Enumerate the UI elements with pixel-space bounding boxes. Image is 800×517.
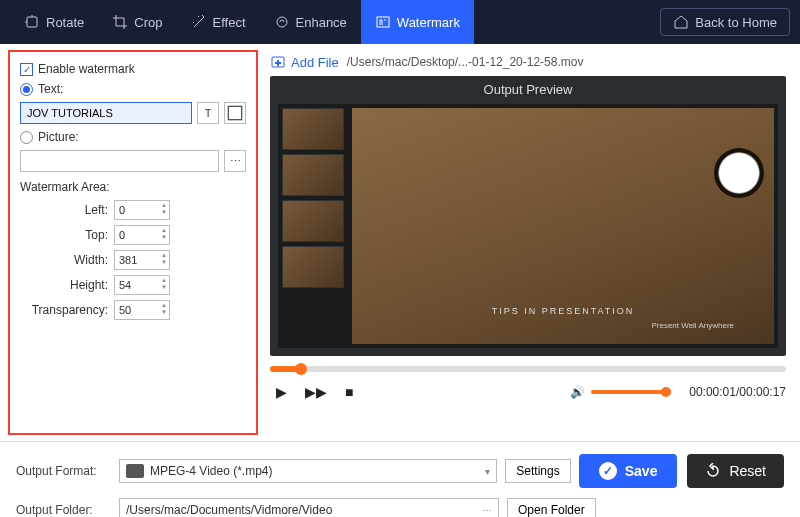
picture-radio-label: Picture:: [38, 130, 79, 144]
slide-thumbnail: [282, 154, 344, 196]
height-label: Height:: [20, 278, 108, 292]
slide-thumbnail: [282, 200, 344, 242]
browse-picture-button[interactable]: ⋯: [224, 150, 246, 172]
enable-watermark-label: Enable watermark: [38, 62, 135, 76]
preview-title: Output Preview: [270, 76, 786, 103]
watermark-settings-panel: ✓ Enable watermark Text: T Picture: ⋯ Wa…: [8, 50, 258, 435]
volume-thumb[interactable]: [661, 387, 671, 397]
home-icon: [673, 14, 689, 30]
watermark-text-input[interactable]: [20, 102, 192, 124]
crop-label: Crop: [134, 15, 162, 30]
footer: Output Format: MPEG-4 Video (*.mp4) ▾ Se…: [0, 441, 800, 517]
check-icon: ✓: [599, 462, 617, 480]
effect-tab[interactable]: Effect: [177, 0, 260, 44]
file-path: /Users/mac/Desktop/...-01-12_20-12-58.mo…: [347, 55, 786, 69]
rotate-label: Rotate: [46, 15, 84, 30]
output-format-select[interactable]: MPEG-4 Video (*.mp4) ▾: [119, 459, 497, 483]
rotate-icon: [24, 14, 40, 30]
volume-icon[interactable]: 🔊: [569, 384, 585, 400]
text-radio-label: Text:: [38, 82, 63, 96]
add-file-label: Add File: [291, 55, 339, 70]
color-button[interactable]: [224, 102, 246, 124]
main-toolbar: Rotate Crop Effect Enhance Watermark Bac…: [0, 0, 800, 44]
chevron-down-icon: ▾: [485, 466, 490, 477]
fast-forward-button[interactable]: ▶▶: [299, 380, 333, 404]
slide-thumbnail: [282, 246, 344, 288]
left-label: Left:: [20, 203, 108, 217]
width-spinner[interactable]: 381▲▼: [114, 250, 170, 270]
stop-button[interactable]: ■: [339, 380, 359, 404]
transparency-spinner[interactable]: 50▲▼: [114, 300, 170, 320]
enhance-tab[interactable]: Enhance: [260, 0, 361, 44]
save-label: Save: [625, 463, 658, 479]
output-folder-value: /Users/mac/Documents/Vidmore/Video: [126, 503, 332, 517]
output-preview: Output Preview TIPS IN PRESENTATION Pres…: [270, 76, 786, 356]
output-format-label: Output Format:: [16, 464, 111, 478]
volume-slider[interactable]: [591, 390, 671, 394]
font-button[interactable]: T: [197, 102, 219, 124]
add-file-button[interactable]: Add File: [270, 54, 339, 70]
left-spinner[interactable]: 0▲▼: [114, 200, 170, 220]
picture-radio[interactable]: [20, 131, 33, 144]
height-spinner[interactable]: 54▲▼: [114, 275, 170, 295]
svg-rect-3: [228, 106, 241, 119]
reset-button[interactable]: Reset: [687, 454, 784, 488]
watermark-icon: [375, 14, 391, 30]
output-folder-label: Output Folder:: [16, 503, 111, 517]
svg-rect-2: [377, 17, 389, 27]
back-to-home-button[interactable]: Back to Home: [660, 8, 790, 36]
output-format-value: MPEG-4 Video (*.mp4): [150, 464, 273, 478]
browse-folder-button[interactable]: ⋯: [482, 505, 492, 516]
picture-path-input[interactable]: [20, 150, 219, 172]
enhance-label: Enhance: [296, 15, 347, 30]
preview-content: TIPS IN PRESENTATION Present Well Anywhe…: [278, 104, 778, 348]
transparency-label: Transparency:: [20, 303, 108, 317]
mp4-icon: [126, 464, 144, 478]
effect-icon: [191, 14, 207, 30]
timeline-slider[interactable]: [270, 366, 786, 372]
crop-icon: [112, 14, 128, 30]
reset-label: Reset: [729, 463, 766, 479]
coffee-cup-graphic: [714, 148, 764, 198]
slide-thumbnail: [282, 108, 344, 150]
slide-main: TIPS IN PRESENTATION Present Well Anywhe…: [352, 108, 774, 344]
reset-icon: [705, 463, 721, 479]
volume-control: 🔊: [569, 384, 671, 400]
svg-point-1: [277, 17, 287, 27]
file-bar: Add File /Users/mac/Desktop/...-01-12_20…: [270, 54, 786, 70]
text-radio[interactable]: [20, 83, 33, 96]
settings-button[interactable]: Settings: [505, 459, 570, 483]
timeline-thumb[interactable]: [295, 363, 307, 375]
spinner-arrows[interactable]: ▲▼: [161, 202, 167, 216]
add-file-icon: [270, 54, 286, 70]
width-label: Width:: [20, 253, 108, 267]
svg-rect-0: [27, 17, 37, 27]
top-spinner[interactable]: 0▲▼: [114, 225, 170, 245]
player-controls: ▶ ▶▶ ■ 🔊 00:00:01/00:00:17: [270, 380, 786, 404]
crop-tab[interactable]: Crop: [98, 0, 176, 44]
open-folder-button[interactable]: Open Folder: [507, 498, 596, 517]
play-button[interactable]: ▶: [270, 380, 293, 404]
output-folder-field[interactable]: /Users/mac/Documents/Vidmore/Video ⋯: [119, 498, 499, 517]
back-home-label: Back to Home: [695, 15, 777, 30]
save-button[interactable]: ✓ Save: [579, 454, 678, 488]
top-label: Top:: [20, 228, 108, 242]
enhance-icon: [274, 14, 290, 30]
effect-label: Effect: [213, 15, 246, 30]
watermark-tab[interactable]: Watermark: [361, 0, 474, 44]
watermark-label: Watermark: [397, 15, 460, 30]
slide-subtitle: Present Well Anywhere: [651, 321, 734, 330]
rotate-tab[interactable]: Rotate: [10, 0, 98, 44]
time-display: 00:00:01/00:00:17: [689, 385, 786, 399]
enable-watermark-checkbox[interactable]: ✓: [20, 63, 33, 76]
watermark-area-label: Watermark Area:: [20, 180, 246, 194]
slide-title: TIPS IN PRESENTATION: [352, 306, 774, 316]
